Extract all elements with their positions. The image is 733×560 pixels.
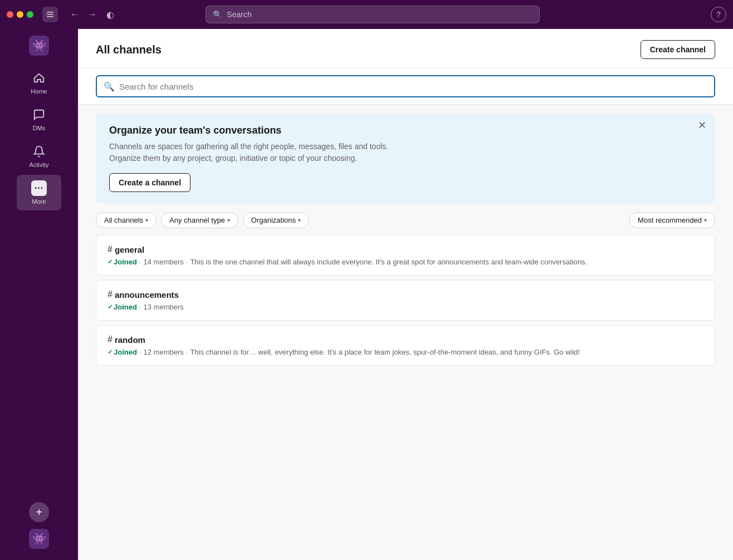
sidebar-item-home[interactable]: Home (17, 65, 61, 100)
promo-close-button[interactable]: ✕ (698, 120, 706, 130)
back-button[interactable]: ← (67, 7, 82, 22)
workspace-emoji: 👾 (32, 39, 46, 52)
sort-button[interactable]: Most recommended ▾ (629, 212, 715, 228)
minimize-window-dot[interactable] (17, 11, 23, 18)
channel-filter-chevron-icon: ▾ (145, 217, 148, 223)
channel-search-container: 🔍 (78, 68, 733, 105)
global-search-bar[interactable]: 🔍 Search (206, 6, 540, 23)
main-content: All channels Create channel 🔍 ✕ Organize… (78, 29, 733, 560)
filters-row: All channels ▾ Any channel type ▾ Organi… (78, 212, 733, 235)
history-button[interactable]: ◐ (102, 7, 118, 22)
joined-badge-announcements: ✓ Joined (107, 303, 137, 311)
hash-icon-general: # (107, 244, 113, 254)
type-filter-label: Any channel type (169, 216, 225, 224)
channel-desc-random: This channel is for… well, everything el… (190, 348, 580, 356)
workspace-bottom-emoji: 👾 (32, 532, 46, 546)
add-icon: + (36, 506, 42, 519)
members-count-announcements: 13 members (144, 303, 184, 311)
promo-banner-title: Organize your team's conversations (109, 125, 702, 136)
channel-item-general[interactable]: # general ✓ Joined · 14 members · This i… (96, 235, 715, 276)
sidebar-item-activity[interactable]: Activity (17, 138, 61, 174)
dms-icon (31, 107, 47, 122)
close-window-dot[interactable] (7, 11, 13, 18)
sidebar: 👾 Home DMs Activity (0, 29, 78, 560)
sort-label: Most recommended (638, 216, 702, 224)
org-filter-button[interactable]: Organizations ▾ (243, 212, 309, 228)
page-header: All channels Create channel (78, 29, 733, 68)
workspace-avatar[interactable]: 👾 (29, 36, 49, 56)
sidebar-item-more[interactable]: ··· More (17, 175, 61, 210)
search-icon: 🔍 (213, 10, 222, 19)
svg-rect-1 (47, 14, 53, 15)
workspace-icon-bottom[interactable]: 👾 (29, 529, 49, 549)
channel-filter-label: All channels (104, 216, 143, 224)
activity-label: Activity (30, 161, 49, 168)
hash-icon-announcements: # (107, 289, 113, 299)
forward-button[interactable]: → (85, 7, 100, 22)
channel-search-icon: 🔍 (104, 81, 115, 92)
nav-buttons: ← → ◐ (67, 7, 118, 22)
org-filter-chevron-icon: ▾ (298, 217, 301, 223)
create-channel-button[interactable]: Create channel (641, 40, 715, 59)
type-filter-chevron-icon: ▾ (227, 217, 230, 223)
channel-desc-general: This is the one channel that will always… (190, 258, 587, 266)
members-count-random: 12 members (144, 348, 184, 356)
channel-meta-random: ✓ Joined · 12 members · This channel is … (107, 348, 703, 356)
svg-rect-2 (47, 16, 53, 17)
joined-badge-random: ✓ Joined (107, 348, 137, 356)
channel-name-general: # general (107, 244, 703, 254)
members-count-general: 14 members (144, 258, 184, 266)
sidebar-item-dms[interactable]: DMs (17, 101, 61, 137)
hash-icon-random: # (107, 335, 113, 345)
promo-create-channel-button[interactable]: Create a channel (109, 173, 190, 192)
type-filter-button[interactable]: Any channel type ▾ (161, 212, 238, 228)
sidebar-toggle-button[interactable] (42, 7, 58, 22)
more-icon: ··· (31, 180, 47, 196)
channel-name-random: # random (107, 335, 703, 345)
channels-list: # general ✓ Joined · 14 members · This i… (78, 235, 733, 560)
joined-badge-general: ✓ Joined (107, 258, 137, 266)
add-workspace-button[interactable]: + (29, 502, 49, 522)
page-title: All channels (96, 43, 162, 56)
channel-search-bar[interactable]: 🔍 (96, 75, 715, 97)
promo-banner: ✕ Organize your team's conversations Cha… (96, 114, 715, 203)
channel-search-input[interactable] (119, 82, 707, 91)
channel-name-announcements: # announcements (107, 289, 703, 299)
channel-item-random[interactable]: # random ✓ Joined · 12 members · This ch… (96, 325, 715, 366)
channel-filter-button[interactable]: All channels ▾ (96, 212, 157, 228)
home-icon (31, 70, 47, 86)
help-button[interactable]: ? (711, 7, 726, 22)
search-placeholder-text: Search (227, 10, 251, 19)
channel-meta-announcements: ✓ Joined · 13 members (107, 303, 703, 311)
sort-chevron-icon: ▾ (704, 217, 707, 223)
titlebar: ← → ◐ 🔍 Search ? (0, 0, 733, 29)
channel-item-announcements[interactable]: # announcements ✓ Joined · 13 members (96, 280, 715, 321)
maximize-window-dot[interactable] (27, 11, 33, 18)
home-label: Home (31, 88, 47, 95)
window-controls (7, 11, 33, 18)
app-body: 👾 Home DMs Activity (0, 29, 733, 560)
activity-icon (31, 144, 47, 159)
org-filter-label: Organizations (251, 216, 296, 224)
more-label: More (32, 198, 46, 205)
channel-meta-general: ✓ Joined · 14 members · This is the one … (107, 258, 703, 266)
svg-rect-0 (47, 12, 53, 13)
promo-banner-description: Channels are spaces for gathering all th… (109, 141, 702, 164)
dms-label: DMs (33, 125, 46, 131)
